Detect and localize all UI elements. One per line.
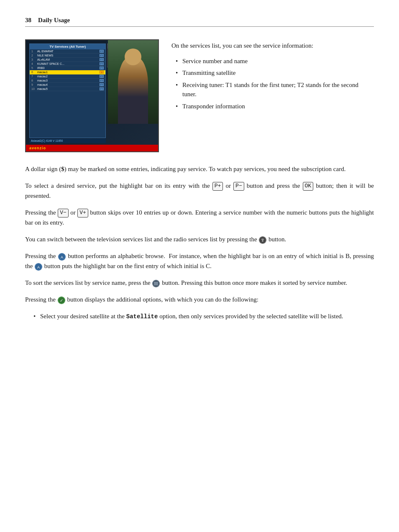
info-section: On the services list, you can see the se…: [171, 39, 374, 152]
satellite-option-label: Satellite: [126, 313, 158, 320]
p-plus-button: P+: [212, 182, 223, 190]
alphabetic-browse-icon-2: A: [35, 263, 42, 271]
ok-button: OK: [303, 182, 314, 190]
sub-bullet-list: Select your desired satellite at the Sat…: [25, 311, 374, 321]
bullet-receiving-tuner: Receiving tuner: T1 stands for the first…: [176, 80, 374, 99]
bullet-transmitting: Transmitting satellite: [176, 68, 374, 78]
v-minus-button: V−: [58, 209, 69, 217]
options-icon-svg: ✓: [58, 297, 65, 304]
tv-service-item: 9 macau4 i: [30, 83, 105, 87]
tv-service-item: 5 IRIB3 i: [30, 66, 105, 70]
alpha-icon-svg-2: A: [35, 263, 42, 271]
tv-service-item: 8 macau3 i: [30, 79, 105, 83]
tv-service-item: 1 AL EMARAT i: [30, 49, 105, 54]
select-service-paragraph: To select a desired service, put the hig…: [25, 181, 374, 201]
alphabetic-browse-paragraph: Pressing the A button performs an alphab…: [25, 251, 374, 271]
intro-text: On the services list, you can see the se…: [171, 41, 374, 51]
bullet-transponder: Transponder information: [176, 102, 374, 111]
tv-services-panel: TV Services (All Tuner) 1 AL EMARAT i 2 …: [29, 43, 106, 138]
svg-text:A: A: [37, 265, 40, 269]
alpha-icon-svg: A: [58, 253, 66, 261]
switch-list-paragraph: You can switch between the television se…: [25, 234, 374, 244]
bullet-service-number: Service number and name: [176, 56, 374, 66]
tv-service-item-highlighted: 6 macau1 i: [30, 70, 105, 74]
tv-brand-bar: avenzio: [26, 145, 158, 151]
screenshot-container: TV Services (All Tuner) 1 AL EMARAT i 2 …: [25, 39, 159, 152]
person-head: [125, 49, 141, 65]
tv-radio-switch-icon: [259, 236, 266, 244]
top-section: TV Services (All Tuner) 1 AL EMARAT i 2 …: [25, 39, 374, 152]
service-info-bullets: Service number and name Transmitting sat…: [171, 56, 374, 111]
sort-paragraph: To sort the services list by service nam…: [25, 278, 374, 288]
v-plus-button: V+: [77, 209, 88, 217]
options-icon: ✓: [58, 297, 65, 304]
page-header: 38 Daily Usage: [25, 17, 374, 27]
page-number: 38: [25, 17, 31, 24]
body-section: A dollar sign ($) may be marked on some …: [25, 164, 374, 321]
brand-text: avenzio: [29, 146, 46, 150]
tv-service-item: 4 KUWAIT SPACE C... i: [30, 62, 105, 66]
svg-text:A: A: [61, 255, 63, 259]
sub-bullet-satellite: Select your desired satellite at the Sat…: [33, 311, 374, 321]
dollar-sign-paragraph: A dollar sign ($) may be marked on some …: [25, 164, 374, 174]
tv-service-item: 10 macau5 i: [30, 87, 105, 91]
tv-service-item: 7 macau2 i: [30, 74, 105, 79]
chapter-title: Daily Usage: [38, 17, 70, 24]
v-buttons-paragraph: Pressing the V− or V+ button skips over …: [25, 207, 374, 228]
tv-services-list: 1 AL EMARAT i 2 NILE NEWS i 3 AL•ALAM i: [30, 49, 105, 91]
alphabetic-browse-icon: A: [58, 253, 66, 261]
tv-person-image: [108, 40, 158, 124]
options-paragraph: Pressing the ✓ button displays the addit…: [25, 294, 374, 304]
sort-icon-svg: [152, 280, 160, 287]
tv-screen: TV Services (All Tuner) 1 AL EMARAT i 2 …: [26, 40, 158, 151]
p-minus-button: P−: [233, 182, 244, 190]
sort-icon: [152, 280, 160, 287]
svg-point-1: [262, 240, 263, 242]
person-silhouette: [118, 57, 148, 124]
tv-service-item: 3 AL•ALAM i: [30, 58, 105, 62]
svg-text:✓: ✓: [60, 298, 63, 303]
tv-service-item: 2 NILE NEWS i: [30, 54, 105, 58]
tv-transponder-bar: Asiasat2(C) 4148 V 11850: [29, 138, 106, 143]
tv-services-header: TV Services (All Tuner): [30, 44, 105, 49]
tv-radio-icon-svg: [259, 236, 266, 244]
